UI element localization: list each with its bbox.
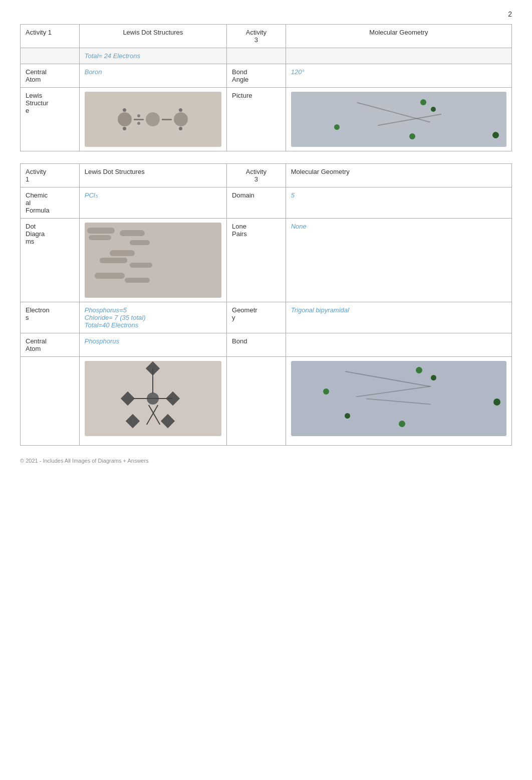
table-row: Total= 24 Electrons [21,48,512,64]
empty-cell-2 [227,48,286,64]
chemical-formula-label: ChemicalFormula [21,187,80,219]
central-atom-label: CentralAtom [21,64,80,88]
empty-cell [21,48,80,64]
table-row: Activity 1 Lewis Dot Structures Activity… [21,25,512,48]
table-row: CentralAtom Phosphorus Bond [21,333,512,357]
electrons-value: Phosphorus=5 Chloride= 7 (35 total) Tota… [79,302,226,333]
pcl5-lewis-image [79,357,226,446]
activity1-cell: Activity 1 [21,25,80,48]
pcl5-lewis-label [21,357,80,446]
electrons-label: Electrons [21,302,80,333]
activity3-cell-t2: Activity3 [227,164,286,187]
table-row: Electrons Phosphorus=5 Chloride= 7 (35 t… [21,302,512,333]
dot-diagrams-label: DotDiagrams [21,219,80,302]
table-row: LewisStructure [21,88,512,151]
pcl5-geo-label [227,357,286,446]
table-1: Activity 1 Lewis Dot Structures Activity… [20,24,512,151]
table-row: CentralAtom Boron BondAngle 120° [21,64,512,88]
bond-angle-value: 120° [286,64,511,88]
table-row [21,357,512,446]
picture-label: Picture [227,88,286,151]
bond-value-cell [286,333,511,357]
pcl5-geo-image [286,357,511,446]
table-row: DotDiagrams LonePairs None [21,219,512,302]
activity3-cell: Activity3 [227,25,286,48]
geometry-value: Trigonal bipyramidal [286,302,511,333]
footer: © 2021 - Includes All Images of Diagrams… [20,458,512,464]
table-2: Activity1 Lewis Dot Structures Activity3… [20,163,512,446]
central-atom-value-t2: Phosphorus [79,333,226,357]
dot-diagram-image [79,219,226,302]
activity1-cell-t2: Activity1 [21,164,80,187]
geometry-label: Geometry [227,302,286,333]
geometry-picture [286,88,511,151]
lewis-structure-label: LewisStructure [21,88,80,151]
central-atom-label-t2: CentralAtom [21,333,80,357]
bond-angle-label: BondAngle [227,64,286,88]
total-electrons-cell: Total= 24 Electrons [79,48,226,64]
lewis-dot-header-t2: Lewis Dot Structures [79,164,226,187]
molecular-geo-header-t2: Molecular Geometry [286,164,511,187]
lewis-dot-header: Lewis Dot Structures [79,25,226,48]
table-row: Activity1 Lewis Dot Structures Activity3… [21,164,512,187]
page-number: 2 [20,10,512,18]
lone-pairs-label: LonePairs [227,219,286,302]
boron-value: Boron [79,64,226,88]
molecular-geo-header: Molecular Geometry [286,25,511,48]
empty-cell-3 [286,48,511,64]
domain-value: 5 [286,187,511,219]
pcl5-value: PCl₅ [79,187,226,219]
lewis-structure-image [79,88,226,151]
bond-label-t2: Bond [227,333,286,357]
lone-pairs-value: None [286,219,511,302]
table-row: ChemicalFormula PCl₅ Domain 5 [21,187,512,219]
domain-label: Domain [227,187,286,219]
